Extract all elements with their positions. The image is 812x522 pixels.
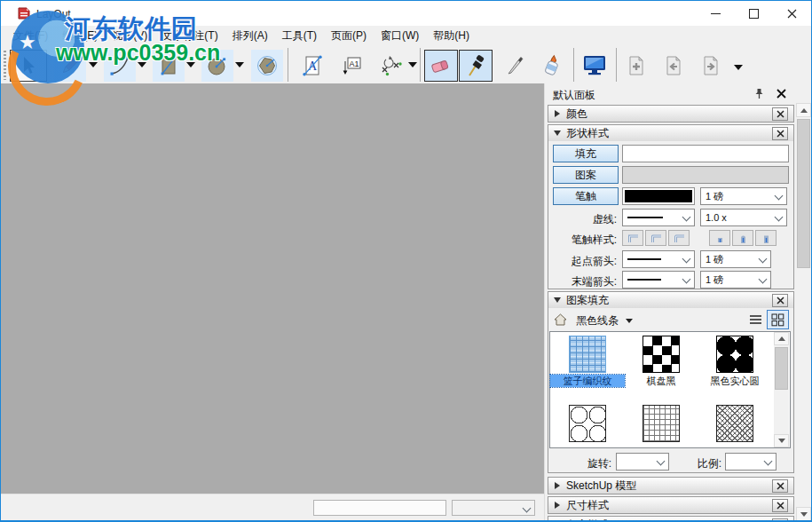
pattern-item-black-solid-circles[interactable] bbox=[716, 336, 753, 373]
fill-color-swatch[interactable] bbox=[622, 145, 789, 162]
section-colors-close-button[interactable] bbox=[772, 107, 788, 121]
section-sketchup-model-header[interactable]: SketchUp 模型 bbox=[548, 477, 794, 494]
section-text-style-close-button[interactable] bbox=[772, 518, 788, 522]
grid-view-button[interactable] bbox=[767, 310, 789, 329]
stroke-width-select[interactable]: 1 磅 bbox=[700, 187, 787, 205]
chevron-down-icon bbox=[523, 504, 532, 513]
menu-item-window[interactable]: 窗口(W) bbox=[374, 26, 426, 46]
stroke-button[interactable]: 笔触 bbox=[553, 187, 619, 205]
minimize-button[interactable] bbox=[697, 1, 735, 26]
eraser-tool[interactable] bbox=[424, 50, 458, 82]
close-button[interactable] bbox=[773, 1, 811, 26]
dimension-tool-dropdown[interactable] bbox=[408, 62, 417, 67]
arc-tool[interactable] bbox=[104, 50, 136, 82]
maximize-button[interactable] bbox=[735, 1, 773, 26]
line-tool[interactable] bbox=[54, 50, 86, 82]
cap-butt-button[interactable] bbox=[709, 230, 730, 246]
zoom-select[interactable] bbox=[452, 500, 535, 516]
section-text-style-header[interactable]: 文字样式 bbox=[548, 516, 794, 522]
pattern-item-checkerboard-black[interactable] bbox=[643, 336, 680, 373]
join-tool[interactable] bbox=[536, 50, 570, 82]
menu-item-text-annotation[interactable]: 文字标注(T) bbox=[154, 26, 225, 46]
menu-item-arrange[interactable]: 排列(A) bbox=[225, 26, 275, 46]
pattern-color-swatch[interactable] bbox=[622, 166, 789, 184]
pattern-item-outline-circles[interactable] bbox=[569, 405, 606, 442]
home-button[interactable] bbox=[551, 312, 569, 328]
polygon-tool[interactable] bbox=[251, 50, 283, 82]
section-shape-style-header[interactable]: 形状样式 bbox=[548, 124, 794, 142]
fill-button[interactable]: 填充 bbox=[553, 145, 619, 162]
cap-square-button[interactable] bbox=[755, 230, 777, 246]
start-arrow-width-select[interactable]: 1 磅 bbox=[700, 250, 771, 268]
expand-right-icon bbox=[555, 502, 560, 509]
section-shape-style-close-button[interactable] bbox=[772, 127, 788, 140]
panel-scroll-down-button[interactable] bbox=[796, 507, 811, 521]
section-text-style-title: 文字样式 bbox=[566, 518, 609, 522]
list-view-button[interactable] bbox=[746, 312, 764, 328]
toolbar-overflow-dropdown[interactable] bbox=[734, 65, 743, 70]
section-dimension-style-header[interactable]: 尺寸样式 bbox=[548, 496, 794, 514]
split-tool[interactable] bbox=[500, 50, 532, 82]
start-presentation-tool[interactable] bbox=[578, 50, 611, 82]
rotation-select[interactable] bbox=[616, 453, 669, 471]
section-dimension-style-close-button[interactable] bbox=[772, 499, 788, 512]
toolbar-grip[interactable] bbox=[4, 51, 6, 80]
rectangle-tool-dropdown[interactable] bbox=[186, 62, 195, 67]
pattern-item-basket-weave-blue[interactable] bbox=[569, 336, 606, 373]
join-round-button[interactable] bbox=[645, 230, 666, 246]
panel-close-button[interactable] bbox=[774, 86, 788, 100]
menu-item-view[interactable]: 视图(V) bbox=[105, 26, 154, 46]
scale-select[interactable] bbox=[725, 453, 777, 471]
document-canvas[interactable] bbox=[1, 83, 544, 494]
add-page-button[interactable] bbox=[620, 50, 652, 82]
chevron-down-icon bbox=[682, 275, 691, 284]
pattern-button[interactable]: 图案 bbox=[553, 166, 619, 184]
circle-tool-dropdown[interactable] bbox=[235, 62, 244, 67]
pattern-item-herringbone[interactable] bbox=[716, 405, 753, 442]
text-tool[interactable]: A bbox=[298, 50, 327, 82]
menu-item-help[interactable]: 帮助(H) bbox=[426, 26, 477, 46]
end-arrow-width-select[interactable]: 1 磅 bbox=[700, 271, 771, 289]
stroke-color-swatch[interactable] bbox=[622, 187, 695, 205]
panel-pin-button[interactable] bbox=[752, 86, 766, 100]
previous-page-button[interactable] bbox=[658, 50, 690, 82]
dash-scale-select[interactable]: 1.0 x bbox=[700, 209, 787, 226]
section-colors-header[interactable]: 颜色 bbox=[548, 105, 794, 123]
scroll-down-button[interactable] bbox=[774, 434, 789, 447]
section-pattern-fill-close-button[interactable] bbox=[772, 294, 788, 307]
scrollbar-thumb[interactable] bbox=[775, 347, 788, 390]
style-tool[interactable] bbox=[459, 50, 493, 82]
label-tool[interactable]: A1 bbox=[336, 50, 365, 82]
measurement-field[interactable] bbox=[313, 500, 446, 516]
cap-round-button[interactable] bbox=[732, 230, 753, 246]
select-tool[interactable] bbox=[10, 50, 47, 82]
dash-style-select[interactable] bbox=[622, 209, 695, 226]
pattern-library-dropdown[interactable]: 黑色线条 bbox=[576, 312, 633, 328]
menu-item-pages[interactable]: 页面(P) bbox=[324, 26, 374, 46]
circle-tool[interactable] bbox=[201, 50, 233, 82]
menu-item-file[interactable]: 文件(F) bbox=[6, 26, 55, 46]
end-arrow-style-select[interactable] bbox=[622, 271, 695, 289]
menu-item-tools[interactable]: 工具(T) bbox=[275, 26, 324, 46]
pattern-item-basket-weave-white[interactable] bbox=[643, 405, 680, 442]
join-bevel-button[interactable] bbox=[668, 230, 690, 246]
section-sketchup-model-title: SketchUp 模型 bbox=[566, 478, 636, 494]
section-pattern-fill-header[interactable]: 图案填充 bbox=[548, 291, 794, 309]
pattern-item-label[interactable]: 棋盘黑 bbox=[624, 375, 698, 387]
arc-tool-dropdown[interactable] bbox=[138, 62, 146, 67]
next-page-button[interactable] bbox=[695, 50, 727, 82]
pattern-item-label[interactable]: 黑色实心圆 bbox=[698, 375, 772, 387]
rectangle-tool[interactable] bbox=[153, 50, 185, 82]
panel-scroll-up-button[interactable] bbox=[796, 103, 811, 117]
scroll-up-button[interactable] bbox=[774, 332, 789, 345]
line-tool-dropdown[interactable] bbox=[89, 62, 98, 67]
panel-scrollbar-thumb[interactable] bbox=[797, 119, 810, 268]
monitor-icon bbox=[582, 54, 607, 77]
section-sketchup-model-close-button[interactable] bbox=[772, 479, 788, 493]
dimension-tool[interactable] bbox=[374, 50, 406, 82]
start-arrow-style-select[interactable] bbox=[622, 250, 695, 268]
menu-item-edit[interactable]: 编辑(E) bbox=[55, 26, 105, 46]
pattern-item-label[interactable]: 篮子编织纹 bbox=[550, 375, 625, 387]
join-miter-button[interactable] bbox=[622, 230, 643, 246]
chevron-down-icon bbox=[775, 192, 784, 201]
